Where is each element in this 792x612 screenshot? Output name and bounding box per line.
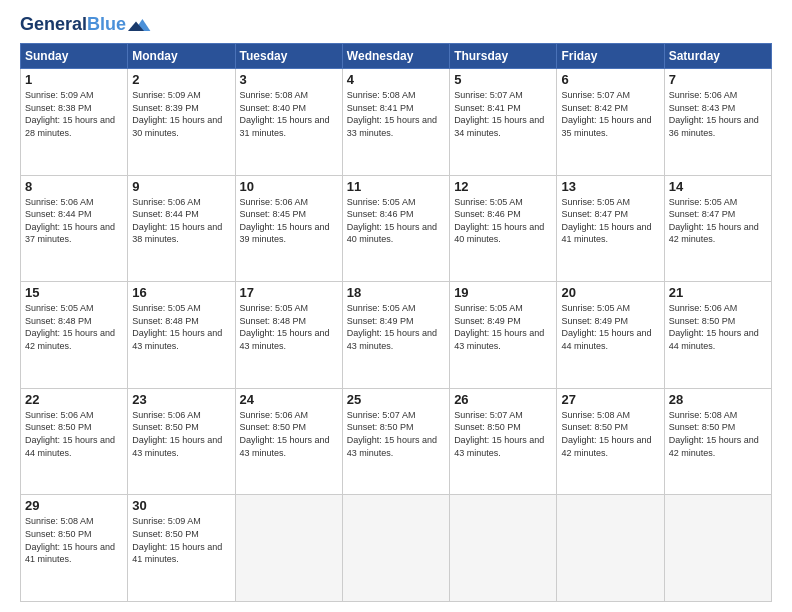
daylight-label: Daylight: 15 hours and 39 minutes.	[240, 222, 330, 245]
sunset-label: Sunset: 8:49 PM	[454, 316, 521, 326]
day-number: 6	[561, 72, 659, 87]
sunset-label: Sunset: 8:49 PM	[347, 316, 414, 326]
day-info: Sunrise: 5:05 AM Sunset: 8:49 PM Dayligh…	[561, 302, 659, 352]
logo-text: GeneralBlue	[20, 15, 126, 35]
day-info: Sunrise: 5:08 AM Sunset: 8:50 PM Dayligh…	[561, 409, 659, 459]
sunset-label: Sunset: 8:50 PM	[347, 422, 414, 432]
day-cell-28: 28 Sunrise: 5:08 AM Sunset: 8:50 PM Dayl…	[664, 388, 771, 495]
calendar-week-5: 29 Sunrise: 5:08 AM Sunset: 8:50 PM Dayl…	[21, 495, 772, 602]
sunset-label: Sunset: 8:50 PM	[25, 422, 92, 432]
day-info: Sunrise: 5:05 AM Sunset: 8:48 PM Dayligh…	[240, 302, 338, 352]
daylight-label: Daylight: 15 hours and 43 minutes.	[347, 435, 437, 458]
sunset-label: Sunset: 8:42 PM	[561, 103, 628, 113]
daylight-label: Daylight: 15 hours and 42 minutes.	[669, 222, 759, 245]
sunrise-label: Sunrise: 5:09 AM	[25, 90, 94, 100]
daylight-label: Daylight: 15 hours and 40 minutes.	[347, 222, 437, 245]
sunrise-label: Sunrise: 5:05 AM	[347, 197, 416, 207]
day-info: Sunrise: 5:05 AM Sunset: 8:48 PM Dayligh…	[25, 302, 123, 352]
empty-cell	[342, 495, 449, 602]
day-info: Sunrise: 5:05 AM Sunset: 8:46 PM Dayligh…	[347, 196, 445, 246]
empty-cell	[557, 495, 664, 602]
sunset-label: Sunset: 8:44 PM	[132, 209, 199, 219]
sunrise-label: Sunrise: 5:09 AM	[132, 90, 201, 100]
day-number: 13	[561, 179, 659, 194]
calendar-week-1: 1 Sunrise: 5:09 AM Sunset: 8:38 PM Dayli…	[21, 69, 772, 176]
day-info: Sunrise: 5:05 AM Sunset: 8:47 PM Dayligh…	[669, 196, 767, 246]
day-number: 2	[132, 72, 230, 87]
daylight-label: Daylight: 15 hours and 41 minutes.	[25, 542, 115, 565]
day-number: 22	[25, 392, 123, 407]
day-info: Sunrise: 5:06 AM Sunset: 8:50 PM Dayligh…	[669, 302, 767, 352]
sunset-label: Sunset: 8:50 PM	[132, 422, 199, 432]
sunrise-label: Sunrise: 5:06 AM	[240, 197, 309, 207]
day-cell-27: 27 Sunrise: 5:08 AM Sunset: 8:50 PM Dayl…	[557, 388, 664, 495]
day-cell-6: 6 Sunrise: 5:07 AM Sunset: 8:42 PM Dayli…	[557, 69, 664, 176]
day-number: 24	[240, 392, 338, 407]
daylight-label: Daylight: 15 hours and 38 minutes.	[132, 222, 222, 245]
sunset-label: Sunset: 8:46 PM	[454, 209, 521, 219]
logo: GeneralBlue	[20, 15, 152, 35]
calendar-week-2: 8 Sunrise: 5:06 AM Sunset: 8:44 PM Dayli…	[21, 175, 772, 282]
sunset-label: Sunset: 8:44 PM	[25, 209, 92, 219]
day-number: 23	[132, 392, 230, 407]
daylight-label: Daylight: 15 hours and 33 minutes.	[347, 115, 437, 138]
daylight-label: Daylight: 15 hours and 43 minutes.	[240, 328, 330, 351]
day-number: 4	[347, 72, 445, 87]
daylight-label: Daylight: 15 hours and 30 minutes.	[132, 115, 222, 138]
sunrise-label: Sunrise: 5:07 AM	[561, 90, 630, 100]
day-number: 30	[132, 498, 230, 513]
sunrise-label: Sunrise: 5:05 AM	[347, 303, 416, 313]
daylight-label: Daylight: 15 hours and 43 minutes.	[132, 435, 222, 458]
day-info: Sunrise: 5:07 AM Sunset: 8:41 PM Dayligh…	[454, 89, 552, 139]
sunset-label: Sunset: 8:48 PM	[132, 316, 199, 326]
empty-cell	[450, 495, 557, 602]
daylight-label: Daylight: 15 hours and 35 minutes.	[561, 115, 651, 138]
sunset-label: Sunset: 8:46 PM	[347, 209, 414, 219]
daylight-label: Daylight: 15 hours and 44 minutes.	[25, 435, 115, 458]
day-number: 5	[454, 72, 552, 87]
day-cell-26: 26 Sunrise: 5:07 AM Sunset: 8:50 PM Dayl…	[450, 388, 557, 495]
sunset-label: Sunset: 8:48 PM	[25, 316, 92, 326]
logo-icon	[128, 15, 152, 35]
day-info: Sunrise: 5:07 AM Sunset: 8:50 PM Dayligh…	[347, 409, 445, 459]
sunrise-label: Sunrise: 5:05 AM	[561, 303, 630, 313]
daylight-label: Daylight: 15 hours and 43 minutes.	[347, 328, 437, 351]
sunset-label: Sunset: 8:50 PM	[669, 316, 736, 326]
calendar-table: SundayMondayTuesdayWednesdayThursdayFrid…	[20, 43, 772, 602]
day-cell-7: 7 Sunrise: 5:06 AM Sunset: 8:43 PM Dayli…	[664, 69, 771, 176]
day-cell-9: 9 Sunrise: 5:06 AM Sunset: 8:44 PM Dayli…	[128, 175, 235, 282]
col-header-tuesday: Tuesday	[235, 44, 342, 69]
day-number: 21	[669, 285, 767, 300]
sunrise-label: Sunrise: 5:06 AM	[132, 410, 201, 420]
col-header-thursday: Thursday	[450, 44, 557, 69]
sunset-label: Sunset: 8:50 PM	[669, 422, 736, 432]
day-info: Sunrise: 5:06 AM Sunset: 8:45 PM Dayligh…	[240, 196, 338, 246]
day-cell-25: 25 Sunrise: 5:07 AM Sunset: 8:50 PM Dayl…	[342, 388, 449, 495]
daylight-label: Daylight: 15 hours and 43 minutes.	[454, 435, 544, 458]
day-cell-8: 8 Sunrise: 5:06 AM Sunset: 8:44 PM Dayli…	[21, 175, 128, 282]
sunrise-label: Sunrise: 5:08 AM	[561, 410, 630, 420]
day-info: Sunrise: 5:05 AM Sunset: 8:49 PM Dayligh…	[454, 302, 552, 352]
day-cell-22: 22 Sunrise: 5:06 AM Sunset: 8:50 PM Dayl…	[21, 388, 128, 495]
sunset-label: Sunset: 8:50 PM	[25, 529, 92, 539]
daylight-label: Daylight: 15 hours and 42 minutes.	[669, 435, 759, 458]
daylight-label: Daylight: 15 hours and 36 minutes.	[669, 115, 759, 138]
sunset-label: Sunset: 8:50 PM	[132, 529, 199, 539]
col-header-friday: Friday	[557, 44, 664, 69]
day-cell-18: 18 Sunrise: 5:05 AM Sunset: 8:49 PM Dayl…	[342, 282, 449, 389]
day-cell-30: 30 Sunrise: 5:09 AM Sunset: 8:50 PM Dayl…	[128, 495, 235, 602]
day-cell-2: 2 Sunrise: 5:09 AM Sunset: 8:39 PM Dayli…	[128, 69, 235, 176]
daylight-label: Daylight: 15 hours and 31 minutes.	[240, 115, 330, 138]
daylight-label: Daylight: 15 hours and 34 minutes.	[454, 115, 544, 138]
day-info: Sunrise: 5:06 AM Sunset: 8:43 PM Dayligh…	[669, 89, 767, 139]
day-info: Sunrise: 5:06 AM Sunset: 8:44 PM Dayligh…	[25, 196, 123, 246]
sunrise-label: Sunrise: 5:08 AM	[240, 90, 309, 100]
day-cell-21: 21 Sunrise: 5:06 AM Sunset: 8:50 PM Dayl…	[664, 282, 771, 389]
sunset-label: Sunset: 8:41 PM	[454, 103, 521, 113]
calendar-week-4: 22 Sunrise: 5:06 AM Sunset: 8:50 PM Dayl…	[21, 388, 772, 495]
daylight-label: Daylight: 15 hours and 40 minutes.	[454, 222, 544, 245]
day-info: Sunrise: 5:06 AM Sunset: 8:44 PM Dayligh…	[132, 196, 230, 246]
day-number: 17	[240, 285, 338, 300]
sunset-label: Sunset: 8:45 PM	[240, 209, 307, 219]
sunset-label: Sunset: 8:50 PM	[240, 422, 307, 432]
